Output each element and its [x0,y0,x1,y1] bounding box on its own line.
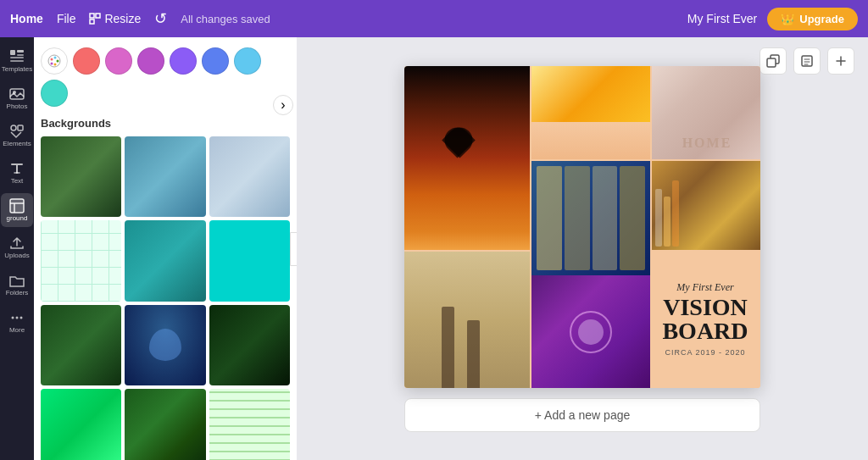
color-purple[interactable] [137,47,164,75]
file-nav[interactable]: File [57,12,76,25]
sidebar-item-elements[interactable]: Elements [1,119,33,152]
background-dark-green[interactable] [209,305,290,385]
background-green-leaves[interactable] [41,136,121,217]
color-pink[interactable] [105,47,132,75]
uploads-label: Uploads [4,252,29,259]
sidebar-panel: › Backgrounds [34,37,297,460]
vb-cell-girls-beach [404,252,530,388]
svg-point-13 [12,317,14,319]
resize-nav[interactable]: Resize [89,12,141,25]
copy-button[interactable] [793,47,821,75]
canvas-controls [760,47,854,75]
vb-title: VISIONBOARD [662,296,748,343]
svg-rect-6 [10,57,24,58]
folders-icon [9,273,25,288]
pages-icon [800,54,814,68]
background-teal-water[interactable] [125,220,205,301]
color-picker-icon[interactable] [41,47,68,75]
vb-cell-sunset-heart [404,66,530,250]
vb-year: CIRCA 2019 - 2020 [665,348,745,357]
top-navigation: Home File Resize ↺ All changes saved My … [0,0,868,37]
vision-board[interactable]: HOME [404,66,760,388]
svg-point-18 [54,57,57,59]
svg-rect-12 [10,199,24,213]
svg-point-15 [20,317,23,319]
color-coral[interactable] [73,47,100,75]
upgrade-button[interactable]: 👑 Upgrade [767,8,858,30]
svg-rect-2 [90,19,94,24]
home-nav[interactable]: Home [10,12,43,25]
vb-cell-gems-paintbrush [531,161,650,388]
elements-label: Elements [3,141,31,147]
svg-rect-0 [90,14,94,18]
vb-cell-art [652,161,760,250]
section-title: Backgrounds [41,117,290,130]
color-scroll-right[interactable]: › [273,95,293,115]
nav-right: My First Ever 👑 Upgrade [687,8,858,30]
color-teal[interactable] [41,80,68,107]
canvas-area: HOME [297,37,868,460]
svg-point-20 [54,64,57,66]
duplicate-page-button[interactable] [760,47,787,75]
more-icon [9,310,25,325]
background-frost[interactable] [209,136,290,217]
svg-point-14 [16,317,19,319]
saved-status: All changes saved [181,13,674,25]
text-label: Text [11,178,24,185]
background-green-light[interactable] [41,389,121,460]
crown-icon: 👑 [781,13,794,25]
background-label: ground [7,215,28,222]
project-name: My First Ever [687,12,757,25]
vb-cell-bedroom: HOME [652,66,760,159]
sidebar-item-uploads[interactable]: Uploads [1,230,33,264]
templates-icon [9,49,25,64]
copy-icon [766,54,780,68]
background-mint-grid[interactable] [41,220,121,301]
sidebar-item-text[interactable]: Text [1,156,33,190]
svg-rect-4 [17,50,24,53]
backgrounds-grid [41,136,290,460]
resize-icon [89,13,101,25]
text-icon [9,161,25,176]
svg-point-19 [57,60,59,63]
background-cyan-solid[interactable] [209,220,290,301]
undo-button[interactable]: ↺ [154,9,167,28]
uploads-icon [9,236,25,251]
more-label: More [9,327,25,334]
sidebar-item-templates[interactable]: Templates [1,44,33,78]
photos-icon [9,86,25,102]
templates-label: Templates [2,66,32,73]
background-jellyfish[interactable] [125,305,205,385]
color-row: › [41,44,290,110]
color-lightblue[interactable] [234,47,261,75]
svg-rect-3 [10,50,15,55]
add-page-button[interactable]: + Add a new page [404,398,760,432]
svg-point-17 [51,58,53,61]
background-dark-leaves[interactable] [41,305,121,385]
sidebar-item-photos[interactable]: Photos [1,81,33,115]
plus-icon [834,54,848,68]
svg-rect-1 [96,14,100,18]
add-page-top-button[interactable] [827,47,854,75]
sidebar-item-folders[interactable]: Folders [1,268,33,302]
color-violet[interactable] [170,47,197,75]
vb-cell-peach-flowers [531,66,650,159]
elements-icon [9,124,25,139]
sidebar-item-more[interactable]: More [1,305,33,339]
vb-subtitle: My First Ever [676,281,733,294]
color-blue[interactable] [202,47,229,75]
background-lines[interactable] [209,389,290,460]
svg-point-10 [11,125,16,130]
main-layout: Templates Photos Elements Text ground Up… [0,37,868,460]
palette-icon [47,53,62,69]
folders-label: Folders [6,290,29,297]
photos-label: Photos [7,103,28,110]
sidebar-collapse-arrow[interactable]: ‹ [290,232,297,266]
svg-rect-11 [18,125,23,130]
background-palm-leaves[interactable] [125,389,205,460]
svg-rect-23 [767,58,776,67]
svg-rect-5 [17,54,24,56]
sidebar-item-background[interactable]: ground [1,193,33,227]
svg-rect-7 [10,60,24,62]
background-water[interactable] [125,136,205,217]
